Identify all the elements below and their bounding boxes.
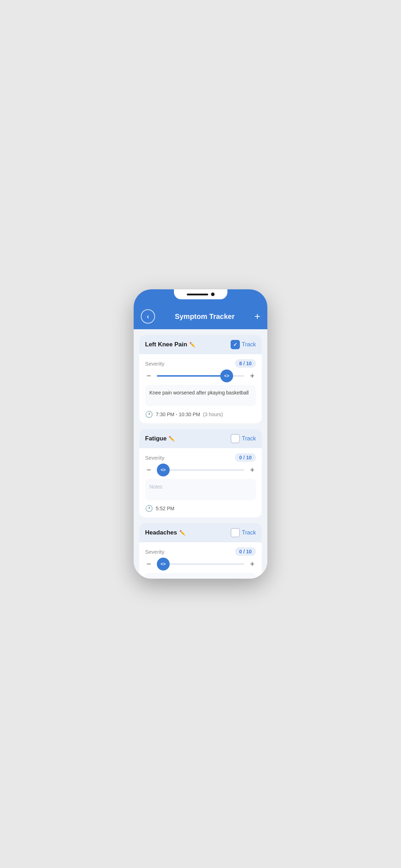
notch	[174, 289, 227, 299]
notes-text: Knee pain worsened after pkaying basketb…	[149, 390, 249, 396]
track-button-fatigue[interactable]: Track	[231, 434, 256, 443]
symptom-name-area-fatigue: Fatigue ✏️	[145, 435, 175, 442]
notch-bar	[187, 294, 208, 295]
time-row-fatigue: 🕐 5:52 PM	[145, 505, 256, 512]
time-text: 7:30 PM - 10:30 PM	[156, 412, 200, 417]
severity-badge-headaches: 0 / 10	[235, 547, 256, 556]
symptom-name: Left Knee Pain	[145, 341, 187, 348]
page-title: Symptom Tracker	[175, 312, 235, 321]
severity-label: Severity	[145, 361, 164, 367]
back-icon: ‹	[147, 313, 149, 320]
slider-row: − <> +	[145, 372, 256, 380]
severity-row-fatigue: Severity 0 / 10	[145, 453, 256, 462]
phone-frame: ‹ Symptom Tracker + Left Knee Pain ✏️ Tr…	[134, 289, 267, 579]
time-text-fatigue: 5:52 PM	[156, 506, 174, 511]
notes-placeholder-headaches: Notes	[149, 578, 163, 579]
severity-row: Severity 8 / 10	[145, 359, 256, 368]
track-checkbox-fatigue[interactable]	[231, 434, 240, 443]
add-button[interactable]: +	[255, 311, 260, 321]
notes-placeholder-fatigue: Notes	[149, 484, 163, 490]
time-row: 🕐 7:30 PM - 10:30 PM (3 hours)	[145, 410, 256, 418]
slider-thumb[interactable]: <>	[220, 370, 233, 382]
symptom-body-fatigue: Severity 0 / 10 − <> + Notes	[139, 448, 262, 517]
clock-icon: 🕐	[145, 410, 153, 418]
notes-area-fatigue[interactable]: Notes	[145, 479, 256, 500]
slider-minus-button-headaches[interactable]: −	[145, 560, 153, 568]
severity-badge-fatigue: 0 / 10	[235, 453, 256, 462]
slider-thumb-icon: <>	[224, 373, 229, 378]
symptom-header-headaches: Headaches ✏️ Track	[139, 523, 262, 542]
track-button-headaches[interactable]: Track	[231, 528, 256, 537]
track-checkbox-headaches[interactable]	[231, 528, 240, 537]
slider-row-fatigue: − <> +	[145, 466, 256, 474]
notes-area[interactable]: Knee pain worsened after pkaying basketb…	[145, 385, 256, 406]
severity-label-fatigue: Severity	[145, 455, 164, 461]
slider-thumb-icon-fatigue: <>	[161, 467, 166, 472]
severity-badge: 8 / 10	[235, 359, 256, 368]
track-label-headaches: Track	[242, 529, 256, 536]
track-label: Track	[242, 341, 256, 348]
edit-icon-fatigue[interactable]: ✏️	[169, 436, 175, 441]
symptom-name-fatigue: Fatigue	[145, 435, 166, 442]
symptom-header-left-knee-pain: Left Knee Pain ✏️ Track	[139, 335, 262, 354]
content-area: Left Knee Pain ✏️ Track Severity 8 / 10 …	[134, 329, 267, 579]
symptom-card-fatigue: Fatigue ✏️ Track Severity 0 / 10 −	[139, 429, 262, 517]
slider-track-headaches[interactable]: <>	[157, 563, 244, 565]
symptom-name-area: Left Knee Pain ✏️	[145, 341, 195, 348]
slider-track[interactable]: <>	[157, 375, 244, 377]
slider-thumb-fatigue[interactable]: <>	[157, 464, 170, 476]
track-label-fatigue: Track	[242, 435, 256, 442]
symptom-body-left-knee-pain: Severity 8 / 10 − <> + Knee pain worsene…	[139, 354, 262, 423]
track-checkbox-left-knee-pain[interactable]	[231, 340, 240, 349]
symptom-name-area-headaches: Headaches ✏️	[145, 529, 185, 536]
edit-icon-headaches[interactable]: ✏️	[179, 530, 185, 536]
symptom-card-left-knee-pain: Left Knee Pain ✏️ Track Severity 8 / 10 …	[139, 335, 262, 423]
slider-minus-button[interactable]: −	[145, 372, 153, 380]
slider-thumb-headaches[interactable]: <>	[157, 558, 170, 570]
track-button-left-knee-pain[interactable]: Track	[231, 340, 256, 349]
edit-icon[interactable]: ✏️	[189, 342, 195, 347]
back-button[interactable]: ‹	[141, 309, 155, 324]
symptom-name-headaches: Headaches	[145, 529, 177, 536]
notch-dot	[211, 293, 215, 296]
slider-track-fatigue[interactable]: <>	[157, 469, 244, 471]
slider-plus-button-fatigue[interactable]: +	[248, 466, 256, 474]
slider-plus-button-headaches[interactable]: +	[248, 560, 256, 568]
clock-icon-fatigue: 🕐	[145, 505, 153, 512]
notch-area	[134, 289, 267, 305]
symptom-header-fatigue: Fatigue ✏️ Track	[139, 429, 262, 448]
severity-label-headaches: Severity	[145, 549, 164, 555]
duration-text: (3 hours)	[203, 412, 223, 417]
slider-minus-button-fatigue[interactable]: −	[145, 466, 153, 474]
slider-thumb-icon-headaches: <>	[161, 562, 166, 567]
slider-plus-button[interactable]: +	[248, 372, 256, 380]
notes-area-headaches[interactable]: Notes	[145, 573, 256, 579]
symptom-body-headaches: Severity 0 / 10 − <> + Notes	[139, 542, 262, 579]
app-header: ‹ Symptom Tracker +	[134, 305, 267, 329]
slider-row-headaches: − <> +	[145, 560, 256, 568]
severity-row-headaches: Severity 0 / 10	[145, 547, 256, 556]
symptom-card-headaches: Headaches ✏️ Track Severity 0 / 10 −	[139, 523, 262, 579]
slider-fill	[157, 375, 227, 377]
